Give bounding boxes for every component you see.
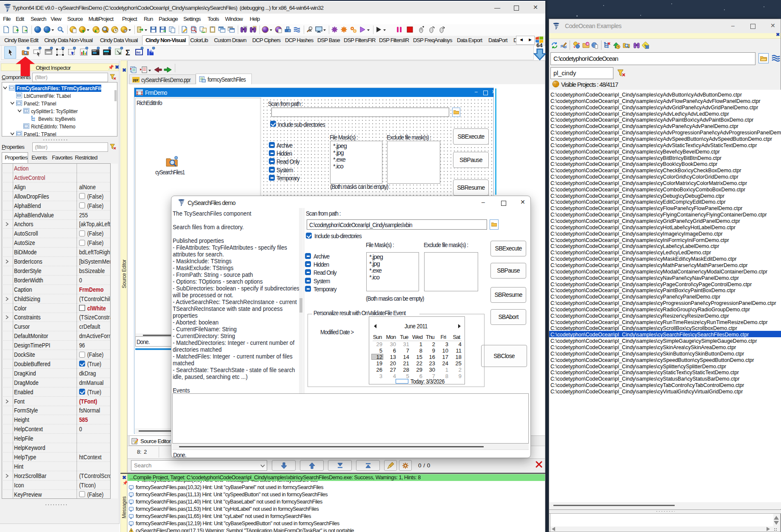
svg-text:ppr: ppr: [133, 78, 139, 82]
svg-text:Σ: Σ: [125, 48, 130, 57]
svg-text:V: V: [71, 51, 74, 56]
svg-text:i: i: [644, 43, 645, 47]
svg-text:R: R: [587, 43, 589, 46]
svg-text:Wait: Wait: [92, 50, 97, 52]
svg-text:INI: INI: [137, 51, 141, 54]
